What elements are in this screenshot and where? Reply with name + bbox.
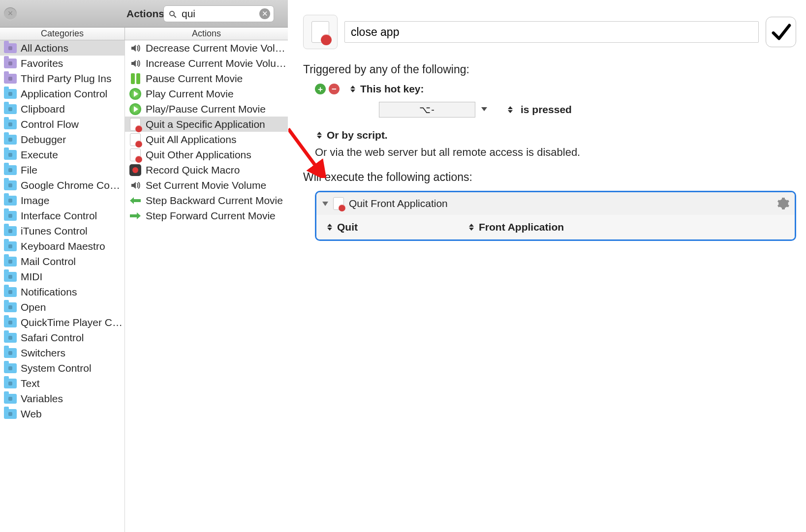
action-row[interactable]: Play/Pause Current Movie	[125, 101, 288, 117]
macro-detail: Triggered by any of the following: + − T…	[288, 0, 806, 532]
category-row[interactable]: Interface Control	[0, 208, 124, 223]
trigger-type-stepper[interactable]	[348, 84, 357, 94]
categories-list[interactable]: All ActionsFavoritesThird Party Plug Ins…	[0, 40, 125, 532]
folder-icon	[4, 150, 17, 160]
folder-icon	[4, 302, 17, 312]
category-row[interactable]: System Control	[0, 360, 124, 376]
folder-icon	[4, 318, 17, 327]
record-icon	[129, 164, 142, 177]
hotkey-state-label: is pressed	[521, 104, 572, 116]
category-row[interactable]: Image	[0, 193, 124, 208]
category-label: iTunes Control	[21, 225, 88, 237]
category-row[interactable]: iTunes Control	[0, 223, 124, 238]
folder-icon	[4, 226, 17, 236]
macro-enabled-toggle[interactable]	[766, 17, 796, 47]
action-target-stepper[interactable]	[467, 222, 476, 233]
category-label: Clipboard	[21, 103, 65, 115]
action-label: Step Forward Current Movie	[146, 210, 276, 222]
script-trigger-stepper[interactable]	[315, 130, 324, 141]
quit-app-icon	[311, 21, 329, 43]
category-row[interactable]: All Actions	[0, 40, 124, 56]
folder-icon	[4, 104, 17, 114]
category-row[interactable]: Control Flow	[0, 117, 124, 132]
category-row[interactable]: Execute	[0, 147, 124, 162]
clear-search-button[interactable]: ✕	[259, 8, 270, 19]
category-row[interactable]: File	[0, 162, 124, 177]
folder-icon	[4, 43, 17, 53]
action-verb-stepper[interactable]	[325, 222, 334, 233]
column-headers: Categories Actions	[0, 28, 288, 40]
category-label: Favorites	[21, 58, 63, 69]
trigger-header-row: + − This hot key:	[315, 83, 796, 95]
folder-icon	[4, 379, 17, 388]
script-trigger-label: Or by script.	[327, 129, 388, 141]
action-row[interactable]: Decrease Current Movie Volu…	[125, 40, 288, 56]
category-row[interactable]: Open	[0, 299, 124, 315]
category-row[interactable]: Variables	[0, 391, 124, 406]
action-label: Quit All Applications	[146, 134, 236, 146]
folder-icon	[4, 272, 17, 282]
speaker-icon	[129, 57, 142, 70]
folder-icon	[4, 241, 17, 251]
hotkey-field[interactable]: ⌥-	[379, 102, 475, 118]
play-icon	[129, 88, 142, 100]
search-icon	[168, 9, 177, 18]
action-row[interactable]: Step Backward Current Movie	[125, 193, 288, 208]
action-row[interactable]: Increase Current Movie Volume	[125, 56, 288, 71]
category-row[interactable]: MIDI	[0, 269, 124, 284]
action-row[interactable]: Quit Other Applications	[125, 147, 288, 162]
folder-icon	[4, 257, 17, 266]
remove-trigger-button[interactable]: −	[329, 84, 340, 94]
action-label: Play Current Movie	[146, 88, 234, 100]
category-row[interactable]: Third Party Plug Ins	[0, 71, 124, 86]
action-label: Set Current Movie Volume	[146, 179, 266, 191]
category-row[interactable]: Google Chrome Cont…	[0, 177, 124, 193]
action-label: Record Quick Macro	[146, 164, 240, 176]
folder-icon	[4, 348, 17, 358]
category-row[interactable]: Mail Control	[0, 254, 124, 269]
action-row[interactable]: Pause Current Movie	[125, 71, 288, 86]
close-palette-button[interactable]: ×	[4, 7, 17, 20]
action-row[interactable]: Quit All Applications	[125, 132, 288, 147]
macro-name-input[interactable]	[344, 21, 759, 43]
hotkey-options-dropdown[interactable]	[481, 107, 489, 112]
category-row[interactable]: Favorites	[0, 56, 124, 71]
action-row[interactable]: Quit a Specific Application	[125, 117, 288, 132]
action-row[interactable]: Set Current Movie Volume	[125, 177, 288, 193]
action-card-body: Quit Front Application	[316, 215, 795, 239]
category-row[interactable]: Web	[0, 406, 124, 421]
category-label: Variables	[21, 393, 63, 405]
search-input[interactable]	[163, 5, 274, 22]
category-row[interactable]: Safari Control	[0, 330, 124, 345]
category-label: Switchers	[21, 347, 65, 359]
category-row[interactable]: Clipboard	[0, 101, 124, 117]
action-row[interactable]: Step Forward Current Movie	[125, 208, 288, 223]
category-row[interactable]: Application Control	[0, 86, 124, 101]
action-card[interactable]: Quit Front Application Quit Front Applic…	[315, 191, 796, 241]
category-row[interactable]: QuickTime Player Co…	[0, 315, 124, 330]
actions-header[interactable]: Actions	[125, 28, 288, 40]
category-label: Web	[21, 408, 42, 420]
action-row[interactable]: Play Current Movie	[125, 86, 288, 101]
arrow-left-icon	[129, 196, 142, 205]
actions-list[interactable]: Decrease Current Movie Volu…Increase Cur…	[125, 40, 288, 532]
category-row[interactable]: Keyboard Maestro	[0, 238, 124, 254]
action-card-header[interactable]: Quit Front Application	[316, 192, 795, 215]
action-row[interactable]: Record Quick Macro	[125, 162, 288, 177]
folder-icon	[4, 74, 17, 84]
add-trigger-button[interactable]: +	[315, 84, 326, 94]
category-label: System Control	[21, 362, 92, 374]
category-row[interactable]: Debugger	[0, 132, 124, 147]
category-row[interactable]: Notifications	[0, 284, 124, 299]
hotkey-state-stepper[interactable]	[506, 104, 515, 115]
disclosure-triangle-icon[interactable]	[322, 202, 328, 206]
gear-icon[interactable]	[777, 197, 790, 210]
category-label: QuickTime Player Co…	[21, 317, 124, 328]
categories-header[interactable]: Categories	[0, 28, 125, 40]
category-row[interactable]: Switchers	[0, 345, 124, 360]
macro-icon-well[interactable]	[303, 15, 338, 49]
category-row[interactable]: Text	[0, 376, 124, 391]
category-label: All Actions	[21, 42, 68, 54]
svg-line-1	[174, 15, 176, 18]
folder-icon	[4, 135, 17, 145]
